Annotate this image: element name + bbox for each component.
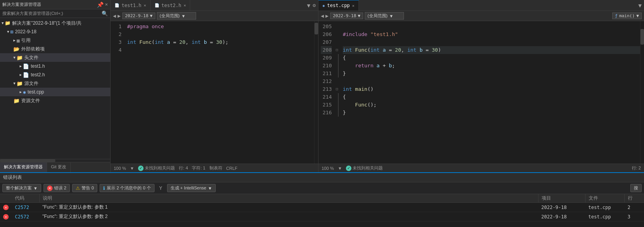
code-area-1[interactable]: 1 2 3 4 #pragma once int Func(int a = 20… (111, 21, 318, 164)
error-row-1-icon: ✕ (0, 203, 12, 212)
zoom-level-1[interactable]: 100 % (114, 166, 126, 171)
code-line-209: { (343, 54, 640, 62)
code-line-206: #include "test1.h" (343, 31, 640, 38)
zoom-level-2[interactable]: 100 % (322, 166, 334, 171)
file-cpp-icon: ✱ (23, 89, 26, 95)
tree-item-headers[interactable]: ▼ 📁 头文件 (0, 53, 110, 62)
sidebar-tab-git[interactable]: Git 更改 (47, 162, 71, 172)
dropdown-arrow-1: ▼ (150, 13, 153, 18)
tab-overflow-icon[interactable]: ▼ (307, 2, 310, 9)
chevron-down-icon4: ▼ (13, 81, 15, 85)
scope-label-2: (全局范围) (367, 13, 387, 19)
func-label-2: main() (619, 13, 635, 18)
col-header-code[interactable]: 代码 (12, 194, 39, 203)
col-header-file[interactable]: 文件 (585, 194, 624, 203)
code-line-212 (343, 77, 640, 85)
tab-test1h-close[interactable]: ✕ (144, 3, 146, 7)
sidebar-tab-solution[interactable]: 解决方案资源管理器 (0, 162, 47, 172)
chevron-right-icon3: ▶ (20, 73, 22, 77)
code-line-3: int Func(int a = 20, int b = 30); (127, 38, 314, 46)
sidebar-title-actions: 📌 ✕ (97, 2, 108, 8)
search-icon[interactable]: 🔍 (102, 11, 108, 16)
filter-dropdown[interactable]: 整个解决方案 ▼ (2, 184, 41, 192)
sources-label: 源文件 (24, 80, 38, 87)
filter-arrow: ▼ (33, 186, 38, 191)
tree-item-test2h[interactable]: ▶ 📄 test2.h (0, 70, 110, 79)
editor-toolbar-2: ◀ ▶ 2022-9-18 ▼ (全局范围) ▼ ƒ main() ▼ (318, 11, 644, 21)
tree-item-test-cpp[interactable]: ▶ ✱ test.cpp (0, 88, 110, 96)
dropdown-arrow-zoom2[interactable]: ▼ (338, 166, 342, 171)
tree-item-ext-dep[interactable]: 📂 外部依赖项 (0, 45, 110, 53)
sidebar: 解决方案资源管理器 📌 ✕ 搜索解决方案资源管理器(Ctrl+;) 🔍 ▼ 📁 … (0, 0, 111, 172)
nav-right-icon[interactable]: ▶ (118, 13, 121, 19)
tab-test1h[interactable]: 📄 test1.h ✕ (111, 0, 151, 11)
tab-bar-2: ✱ test.cpp ✕ ▼ (318, 0, 644, 11)
tab-test-cpp-icon: ✱ (322, 4, 325, 8)
sources-icon: 📁 (16, 81, 23, 86)
project-icon: ⊞ (10, 29, 13, 35)
func-dropdown-2[interactable]: ƒ main() ▼ (612, 13, 642, 19)
tab-test-cpp-close[interactable]: ✕ (352, 4, 355, 8)
tab-test-cpp-label: test.cpp (327, 3, 350, 8)
scope-dropdown-2[interactable]: (全局范围) ▼ (365, 12, 404, 20)
col-header-line[interactable]: 行 (624, 194, 644, 203)
chevron-down-icon3: ▼ (13, 56, 15, 59)
ext-dep-icon: 📂 (13, 46, 20, 52)
res-icon: 📁 (13, 98, 20, 104)
tree-item-solution[interactable]: ▼ 📁 解决方案"2022-9-18"(1 个项目/共 (0, 19, 110, 27)
code-line-207 (343, 38, 640, 46)
tree-item-sources[interactable]: ▼ 📁 源文件 (0, 79, 110, 88)
code-line-211: } (343, 70, 640, 77)
build-label: 生成 + IntelliSense (171, 185, 206, 191)
close-icon[interactable]: ✕ (105, 2, 108, 8)
vscrollbar-1[interactable] (314, 21, 318, 164)
tab-type-1: 制表符 (209, 165, 222, 171)
info-button[interactable]: ℹ 展示 2 个消息中的 0 个 (100, 184, 154, 192)
error-row-1[interactable]: ✕ C2572 "Func": 重定义默认参数: 参数 1 2022-9-18 … (0, 203, 644, 212)
nav-left-icon[interactable]: ◀ (113, 13, 116, 19)
errors-button[interactable]: ✕ 错误 2 (44, 184, 70, 192)
error-row-2[interactable]: ✕ C2572 "Func": 重定义默认参数: 参数 2 2022-9-18 … (0, 212, 644, 222)
solution-icon: 📁 (5, 20, 11, 26)
tree-item-project[interactable]: ▼ ⊞ 2022-9-18 (0, 27, 110, 36)
error-row-1-project: 2022-9-18 (538, 203, 585, 212)
error-circle-icon-1: ✕ (3, 205, 9, 210)
tree-item-resources[interactable]: 📁 资源文件 (0, 96, 110, 105)
scope-dropdown-1[interactable]: (全局范围) ▼ (157, 12, 196, 20)
pin-icon[interactable]: 📌 (97, 2, 104, 8)
sidebar-title-bar: 解决方案资源管理器 📌 ✕ (0, 0, 110, 9)
col-header-project[interactable]: 项目 (538, 194, 585, 203)
tab-test2h-close[interactable]: ✕ (184, 3, 186, 7)
tab-bar-1-actions: ▼ ⚙ (307, 2, 318, 9)
warnings-button[interactable]: ⚠ 警告 0 (72, 184, 97, 192)
nav-right-icon-2[interactable]: ▶ (326, 13, 329, 19)
col-header-desc[interactable]: 说明 (39, 194, 538, 203)
vscrollbar-2[interactable] (640, 21, 644, 164)
main-container: 解决方案资源管理器 📌 ✕ 搜索解决方案资源管理器(Ctrl+;) 🔍 ▼ 📁 … (0, 0, 644, 227)
tab-test1h-label: test1.h (122, 3, 142, 8)
dropdown-arrow-zoom1[interactable]: ▼ (130, 166, 134, 171)
code-line-214: { (343, 93, 640, 101)
search-button[interactable]: 搜 (630, 184, 642, 192)
tree-item-test1h[interactable]: ▶ 📄 test1.h (0, 62, 110, 70)
build-button[interactable]: 生成 + IntelliSense ▼ (167, 184, 216, 192)
tab-test-cpp[interactable]: ✱ test.cpp ✕ (318, 0, 359, 11)
tab-overflow-icon-2[interactable]: ▼ (639, 2, 642, 9)
error-row-1-line: 2 (624, 203, 644, 212)
tree-item-ref[interactable]: ▶ ■ 引用 (0, 36, 110, 45)
code-line-216: } (343, 109, 640, 117)
tab-test2h[interactable]: 📄 test2.h ✕ (151, 0, 191, 11)
settings-icon[interactable]: ⚙ (313, 2, 316, 8)
editor-status-1: 100 % ▼ ✓ 未找到相关问题 行: 4 字符: 1 制表符 CRLF (111, 164, 318, 172)
date-dropdown-2[interactable]: 2022-9-18 ▼ (330, 13, 363, 19)
code-area-2[interactable]: 205 206 207 208 209 210 211 212 213 214 … (318, 21, 644, 164)
date-label-1: 2022-9-18 (125, 13, 149, 18)
file-h-icon2: 📄 (23, 72, 29, 78)
code-content-2[interactable]: #include "test1.h" int Func(int a = 20, … (341, 21, 640, 164)
nav-left-icon-2[interactable]: ◀ (321, 13, 324, 19)
filter-label: 整个解决方案 (6, 185, 32, 191)
filter-icon-btn[interactable]: Y (157, 184, 165, 192)
date-dropdown-1[interactable]: 2022-9-18 ▼ (122, 13, 155, 19)
code-content-1[interactable]: #pragma once int Func(int a = 20, int b … (126, 21, 314, 164)
sidebar-hscroll[interactable] (0, 159, 110, 162)
